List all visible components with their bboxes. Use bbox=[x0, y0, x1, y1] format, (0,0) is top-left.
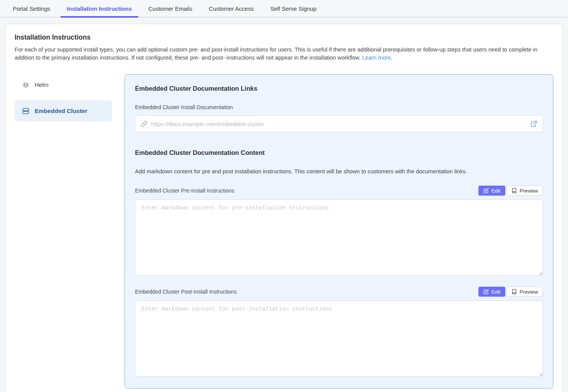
sidebar-item-embedded-cluster[interactable]: Embedded Cluster bbox=[15, 100, 112, 121]
tab-portal-settings[interactable]: Portal Settings bbox=[6, 0, 57, 17]
install-type-nav: HELM Helm Embedded Cluster bbox=[15, 74, 112, 126]
post-install-markdown-textarea[interactable] bbox=[135, 301, 543, 377]
edit-icon bbox=[483, 188, 489, 193]
embedded-cluster-panel: Embedded Cluster Documentation Links Emb… bbox=[125, 74, 553, 389]
period-after-link: . bbox=[391, 55, 392, 61]
helm-logo-icon: HELM bbox=[22, 81, 29, 88]
server-stack-icon bbox=[22, 108, 29, 115]
post-install-edit-button[interactable]: Edit bbox=[478, 287, 505, 297]
pre-install-markdown-textarea[interactable] bbox=[135, 199, 543, 276]
preview-button-label: Preview bbox=[520, 289, 538, 295]
main-card: Installation Instructions For each of yo… bbox=[5, 24, 563, 392]
sidebar-item-label: Embedded Cluster bbox=[35, 108, 87, 115]
post-install-preview-button[interactable]: Preview bbox=[506, 287, 543, 297]
book-icon bbox=[511, 188, 517, 193]
learn-more-link[interactable]: Learn more bbox=[362, 55, 391, 61]
sidebar-item-helm[interactable]: HELM Helm bbox=[15, 74, 112, 95]
tab-customer-emails[interactable]: Customer Emails bbox=[142, 0, 199, 17]
book-icon bbox=[511, 289, 517, 294]
doc-content-description: Add markdown content for pre and post in… bbox=[135, 168, 543, 174]
pre-install-edit-button[interactable]: Edit bbox=[478, 186, 505, 196]
link-icon bbox=[141, 121, 147, 127]
tab-installation-instructions[interactable]: Installation Instructions bbox=[60, 0, 138, 17]
tab-self-serve-signup[interactable]: Self Serve Signup bbox=[264, 0, 323, 17]
post-install-label: Embedded Cluster Post-Install Instructio… bbox=[135, 289, 237, 295]
post-install-mode-toggle: Edit Preview bbox=[478, 287, 543, 297]
preview-button-label: Preview bbox=[520, 188, 538, 194]
tab-customer-access[interactable]: Customer Access bbox=[202, 0, 260, 17]
external-link-icon[interactable] bbox=[530, 120, 537, 127]
edit-icon bbox=[483, 289, 489, 294]
install-doc-url-input[interactable] bbox=[151, 121, 526, 127]
svg-text:HELM: HELM bbox=[24, 84, 28, 86]
page-title: Installation Instructions bbox=[15, 33, 553, 42]
sidebar-item-label: Helm bbox=[35, 81, 48, 88]
pre-install-label: Embedded Cluster Pre-Install Instruction… bbox=[135, 188, 234, 194]
install-doc-url-field bbox=[135, 115, 543, 132]
content-row: HELM Helm Embedded Cluster bbox=[15, 74, 553, 389]
install-doc-label: Embedded Cluster Install Documentation bbox=[135, 104, 543, 110]
page-description: For each of your supported install types… bbox=[15, 46, 553, 61]
pre-install-label-row: Embedded Cluster Pre-Install Instruction… bbox=[135, 186, 543, 196]
edit-button-label: Edit bbox=[491, 289, 500, 295]
top-tab-bar: Portal Settings Installation Instruction… bbox=[0, 0, 568, 17]
pre-install-mode-toggle: Edit Preview bbox=[478, 186, 543, 196]
post-install-label-row: Embedded Cluster Post-Install Instructio… bbox=[135, 287, 543, 297]
edit-button-label: Edit bbox=[491, 188, 500, 194]
pre-install-preview-button[interactable]: Preview bbox=[506, 186, 543, 196]
doc-links-heading: Embedded Cluster Documentation Links bbox=[135, 85, 543, 92]
doc-content-heading: Embedded Cluster Documentation Content bbox=[135, 149, 543, 156]
page-description-text: For each of your supported install types… bbox=[15, 47, 537, 61]
